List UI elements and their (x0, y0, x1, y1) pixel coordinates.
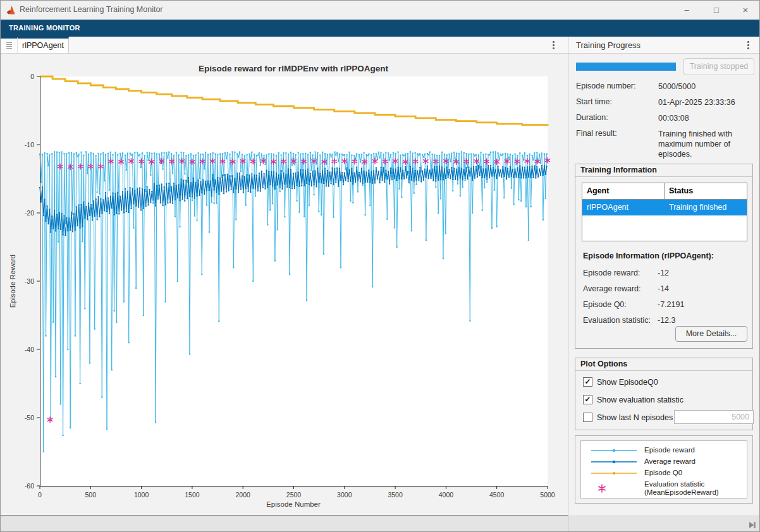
line-dot-marker-icon (590, 470, 638, 476)
progress-bar (576, 63, 676, 71)
legend-item: Episode reward (590, 446, 695, 454)
legend-item: Average reward (590, 457, 696, 466)
section-title: Plot Options (580, 360, 627, 368)
legend-box: Episode rewardAverage rewardEpisode Q0Ev… (580, 440, 747, 499)
y-axis-label: Episode Reward (9, 255, 16, 308)
x-tick-label: 4500 (489, 491, 505, 499)
cell-status: Training finished (665, 200, 746, 215)
episode-field-label: Episode Q0: (583, 300, 627, 309)
checkbox-label: Show evaluation statistic (597, 396, 683, 404)
line-dot-marker-icon (590, 447, 638, 454)
x-tick-label: 2500 (286, 491, 302, 499)
y-tick-label: -40 (25, 346, 34, 353)
close-button[interactable]: × (735, 3, 756, 17)
episode-field-value: -14 (658, 284, 669, 293)
x-axis-label: Episode Number (266, 500, 321, 508)
y-tick-label: -50 (25, 414, 34, 421)
x-tick-label: 1000 (134, 491, 149, 499)
window-title: Reinforcement Learning Training Monitor (20, 5, 163, 14)
field-value: Training finished with maximum number of… (658, 129, 754, 159)
matlab-logo-icon (6, 6, 16, 17)
tab-rlppoagent[interactable]: rlPPOAgent (18, 37, 69, 53)
y-tick-label: -10 (25, 141, 34, 148)
episode-field-label: Average reward: (583, 284, 641, 293)
field-label: Final result: (576, 129, 617, 138)
x-tick-label: 0 (38, 491, 42, 499)
table-row[interactable]: rlPPOAgentTraining finished (582, 200, 747, 215)
legend-label: Average reward (644, 457, 696, 466)
y-tick-label: 0 (30, 73, 34, 80)
legend-item: Episode Q0 (590, 469, 682, 477)
col-agent: Agent (582, 183, 665, 199)
x-tick-label: 5000 (540, 491, 555, 499)
x-tick-label: 2000 (236, 491, 251, 499)
episode-field-value: -12.3 (658, 316, 676, 325)
field-value: 5000/5000 (658, 82, 754, 92)
episode-info-title: Episode Information (rlPPOAgent): (583, 251, 714, 260)
training-plot: Episode reward for rlMDPEnv with rlPPOAg… (1, 54, 568, 516)
field-label: Duration: (576, 113, 608, 122)
episode-field-label: Evaluation statistic: (583, 316, 651, 325)
chart-title: Episode reward for rlMDPEnv with rlPPOAg… (199, 64, 389, 73)
y-tick-label: -60 (25, 482, 34, 490)
episode-field-label: Episode reward: (583, 269, 640, 277)
last-n-episodes-input[interactable] (674, 410, 754, 424)
checkbox-checked-icon[interactable]: ✓ (583, 377, 592, 387)
grip-icon (6, 42, 12, 49)
legend-label: Episode Q0 (644, 469, 682, 477)
field-value: 01-Apr-2025 23:33:36 (658, 97, 754, 107)
tab-strip: rlPPOAgent Training Progress (1, 37, 759, 54)
training-stopped-button[interactable]: Training stopped (683, 58, 754, 75)
col-status: Status (665, 183, 746, 199)
x-tick-label: 3000 (337, 491, 352, 499)
maximize-button[interactable]: □ (706, 3, 727, 17)
y-tick-label: -30 (25, 277, 34, 285)
title-bar: Reinforcement Learning Training Monitor … (1, 1, 759, 20)
more-details-button[interactable]: More Details... (675, 326, 747, 342)
legend-label: Episode reward (644, 446, 695, 454)
checkbox-row[interactable]: ✓Show EpisodeQ0 (583, 377, 658, 387)
chart-panel: Episode reward for rlMDPEnv with rlPPOAg… (1, 54, 568, 516)
checkbox-unchecked-icon[interactable] (583, 413, 592, 422)
panel-options-kebab-icon[interactable] (747, 41, 749, 49)
checkbox-checked-icon[interactable]: ✓ (583, 395, 592, 404)
legend-item: Evaluation statistic(MeanEpisodeReward) (590, 480, 719, 497)
field-value: 00:03:08 (658, 113, 754, 123)
agent-status-table: AgentStatusrlPPOAgentTraining finished (582, 183, 747, 241)
field-label: Start time: (576, 97, 612, 106)
episode-field-value: -12 (658, 269, 669, 277)
checkbox-row[interactable]: ✓Show evaluation statistic (583, 395, 683, 404)
checkbox-label: Show EpisodeQ0 (597, 378, 658, 387)
y-tick-label: -20 (25, 209, 34, 217)
x-tick-label: 1500 (185, 491, 200, 499)
asterisk-marker-icon (590, 483, 638, 494)
tab-grip-handle[interactable] (1, 37, 18, 53)
status-bar (1, 516, 759, 532)
right-panel-title: Training Progress (576, 40, 640, 50)
minimize-button[interactable]: – (676, 3, 697, 17)
x-tick-label: 4000 (439, 491, 454, 499)
table-header-row: AgentStatus (582, 183, 747, 200)
plot-options-section: Plot Options ✓Show EpisodeQ0✓Show evalua… (575, 358, 753, 430)
cell-agent: rlPPOAgent (582, 200, 665, 215)
checkbox-row[interactable]: Show last N episodes (583, 413, 673, 422)
checkbox-label: Show last N episodes (597, 413, 673, 422)
legend-label: Evaluation statistic(MeanEpisodeReward) (644, 480, 719, 497)
skip-to-end-icon[interactable] (748, 520, 756, 531)
x-tick-label: 500 (85, 491, 97, 499)
field-label: Episode number: (576, 82, 636, 90)
ribbon: TRAINING MONITOR (1, 20, 759, 37)
x-tick-label: 3500 (388, 491, 403, 499)
legend-section: Episode rewardAverage rewardEpisode Q0Ev… (575, 435, 753, 504)
training-progress-panel: Training stopped Episode number:5000/500… (568, 54, 759, 516)
tab-options-kebab-icon[interactable] (553, 41, 555, 49)
line-dot-marker-icon (590, 459, 638, 465)
app-window: Reinforcement Learning Training Monitor … (0, 0, 760, 532)
episode-field-value: -7.2191 (658, 300, 684, 309)
section-title: Training Information (580, 166, 657, 174)
training-information-section: Training Information AgentStatusrlPPOAge… (575, 164, 753, 349)
ribbon-tab-training-monitor[interactable]: TRAINING MONITOR (9, 24, 80, 32)
